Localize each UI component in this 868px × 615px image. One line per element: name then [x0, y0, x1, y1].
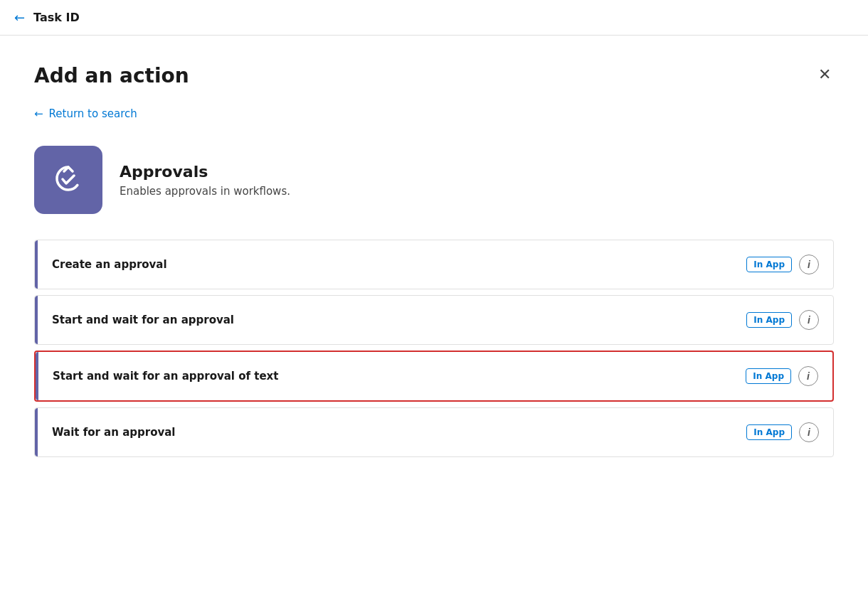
- info-button-create-approval[interactable]: i: [799, 255, 819, 274]
- connector-icon: [34, 146, 102, 214]
- in-app-badge-start-wait-approval: In App: [746, 312, 792, 328]
- info-button-start-wait-approval-text[interactable]: i: [798, 366, 818, 386]
- action-label-start-wait-approval-text: Start and wait for an approval of text: [53, 370, 278, 383]
- connector-info: Approvals Enables approvals in workflows…: [34, 146, 834, 214]
- panel-top: Add an action ✕: [34, 64, 834, 87]
- panel: Add an action ✕ ← Return to search Appro…: [0, 36, 868, 491]
- action-right-wait-approval: In Appi: [746, 422, 819, 442]
- action-right-create-approval: In Appi: [746, 255, 819, 274]
- approvals-svg-icon: [50, 161, 87, 198]
- action-list: Create an approvalIn AppiStart and wait …: [34, 240, 834, 463]
- header-back-icon[interactable]: ←: [14, 10, 25, 25]
- action-right-start-wait-approval-text: In Appi: [746, 366, 818, 386]
- in-app-badge-create-approval: In App: [746, 257, 792, 272]
- action-item-wait-approval[interactable]: Wait for an approvalIn Appi: [34, 407, 834, 457]
- in-app-badge-start-wait-approval-text: In App: [746, 368, 791, 384]
- info-button-wait-approval[interactable]: i: [799, 422, 819, 442]
- panel-title: Add an action: [34, 64, 189, 87]
- close-button[interactable]: ✕: [815, 64, 834, 85]
- header-title: Task ID: [33, 11, 80, 24]
- action-right-start-wait-approval: In Appi: [746, 310, 819, 330]
- return-to-search-link[interactable]: ← Return to search: [34, 107, 137, 120]
- action-item-start-wait-approval[interactable]: Start and wait for an approvalIn Appi: [34, 295, 834, 345]
- header: ← Task ID: [0, 0, 868, 36]
- action-item-create-approval[interactable]: Create an approvalIn Appi: [34, 240, 834, 289]
- return-arrow-icon: ←: [34, 107, 43, 120]
- connector-text: Approvals Enables approvals in workflows…: [120, 163, 290, 198]
- action-label-wait-approval: Wait for an approval: [52, 426, 175, 439]
- in-app-badge-wait-approval: In App: [746, 424, 792, 440]
- connector-name: Approvals: [120, 163, 290, 181]
- action-item-start-wait-approval-text[interactable]: Start and wait for an approval of textIn…: [34, 351, 834, 402]
- action-label-create-approval: Create an approval: [52, 258, 167, 271]
- connector-description: Enables approvals in workflows.: [120, 185, 290, 198]
- return-to-search-label: Return to search: [49, 107, 137, 120]
- info-button-start-wait-approval[interactable]: i: [799, 310, 819, 330]
- action-label-start-wait-approval: Start and wait for an approval: [52, 314, 234, 326]
